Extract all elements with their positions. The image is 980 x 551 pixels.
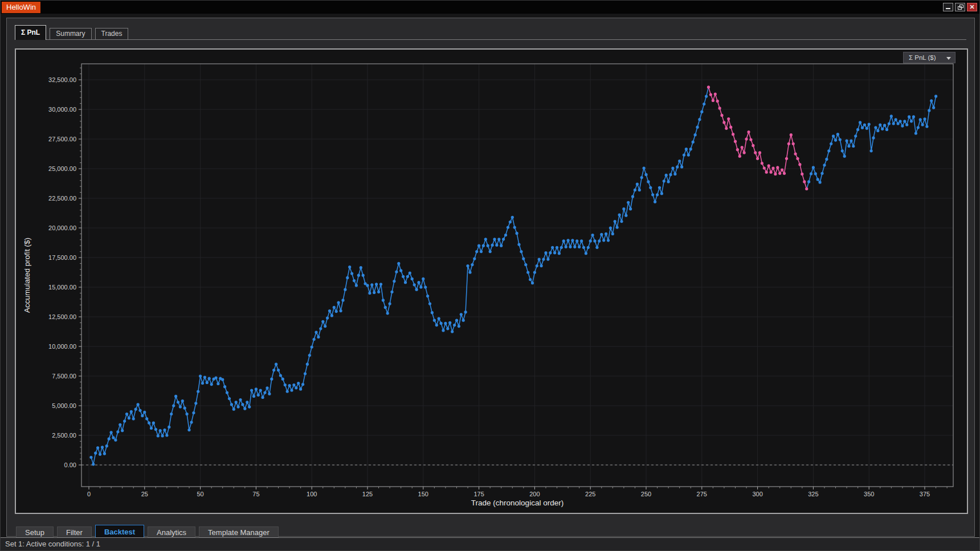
svg-text:5,000.00: 5,000.00 [52,402,76,409]
svg-text:22,500.00: 22,500.00 [48,195,76,202]
svg-text:7,500.00: 7,500.00 [52,373,76,379]
svg-text:32,500.00: 32,500.00 [48,76,76,83]
svg-text:275: 275 [697,491,707,497]
svg-text:25,000.00: 25,000.00 [48,165,76,172]
svg-text:100: 100 [307,491,317,497]
chart-panel: 0255075100125150175200225250275300325350… [15,48,968,514]
close-button[interactable]: ✕ [967,3,977,11]
svg-text:125: 125 [362,491,373,497]
tab-summary[interactable]: Summary [50,28,91,39]
minimize-icon [946,8,950,9]
svg-text:350: 350 [864,491,874,497]
pnl-chart: 0255075100125150175200225250275300325350… [16,50,967,513]
svg-text:75: 75 [252,491,259,497]
svg-text:300: 300 [752,491,762,497]
svg-text:Accumulated profit ($): Accumulated profit ($) [23,238,31,313]
svg-text:20,000.00: 20,000.00 [48,225,76,231]
maximize-restore-button[interactable] [955,3,965,11]
tab-trades[interactable]: Trades [95,28,129,39]
svg-text:375: 375 [920,491,930,497]
svg-text:50: 50 [197,491,203,497]
svg-text:Trade (chronological order): Trade (chronological order) [471,499,564,507]
app-title: HelloWin [2,2,40,13]
svg-text:0.00: 0.00 [64,462,76,468]
svg-text:0: 0 [87,491,91,497]
status-bar: Set 1: Active conditions: 1 / 1 [1,537,979,550]
svg-text:12,500.00: 12,500.00 [48,313,76,320]
svg-text:225: 225 [585,491,595,497]
svg-text:250: 250 [641,491,651,497]
chevron-down-icon [946,57,951,60]
tab-pnl[interactable]: Σ PnL [15,25,46,40]
top-tab-strip: Σ PnL Summary Trades [15,25,966,40]
svg-text:27,500.00: 27,500.00 [48,136,76,142]
minimize-button[interactable] [943,3,953,11]
svg-text:17,500.00: 17,500.00 [48,254,76,261]
svg-text:30,000.00: 30,000.00 [48,106,76,113]
series-selector-value: Σ PnL ($) [909,54,936,61]
app-window: HelloWin ✕ Σ PnL Summary Trades 02550751… [0,0,980,551]
series-selector-dropdown[interactable]: Σ PnL ($) [903,52,956,63]
main-panel: Σ PnL Summary Trades 0255075100125150175… [6,18,975,537]
svg-text:175: 175 [473,491,484,497]
svg-text:325: 325 [808,491,818,497]
bottom-tab-bar: Setup Filter Backtest Analytics Template… [16,523,279,539]
window-controls: ✕ [943,3,977,11]
svg-text:200: 200 [529,491,540,497]
svg-text:25: 25 [141,491,148,497]
title-bar: HelloWin ✕ [1,1,979,14]
svg-text:2,500.00: 2,500.00 [52,432,76,439]
svg-text:10,000.00: 10,000.00 [48,343,76,350]
status-text: Set 1: Active conditions: 1 / 1 [5,540,100,548]
svg-text:150: 150 [418,491,428,497]
svg-text:15,000.00: 15,000.00 [48,284,76,291]
